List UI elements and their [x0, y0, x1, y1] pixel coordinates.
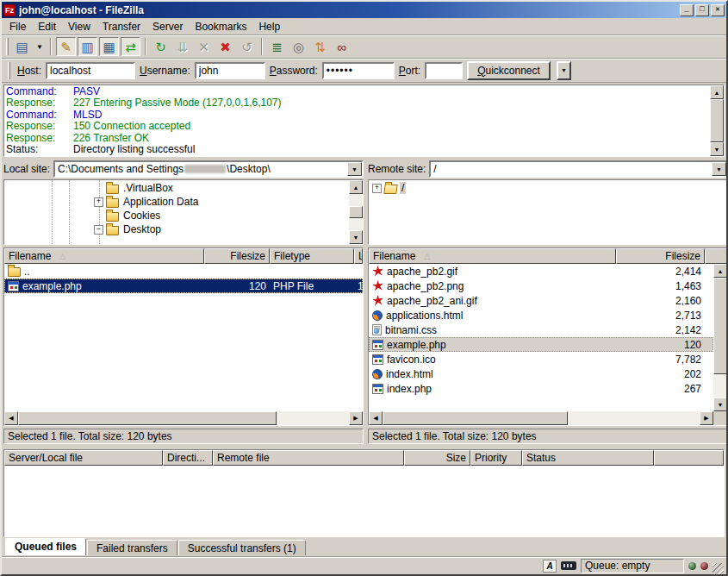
tree-item-blank[interactable]: +/: [372, 181, 727, 195]
scrollbar-track[interactable]: [713, 374, 727, 398]
resize-grip[interactable]: [712, 563, 724, 574]
file-row-applications-html[interactable]: applications.html2,713: [369, 308, 713, 322]
file-row-example-php[interactable]: example.php120: [369, 337, 713, 352]
remote-site-combobox[interactable]: / ▼: [429, 160, 728, 178]
column-header-filesize[interactable]: Filesize: [616, 248, 705, 264]
menu-view[interactable]: View: [62, 19, 96, 34]
scrollbar-track[interactable]: [349, 218, 363, 230]
scroll-left-icon[interactable]: ◀: [4, 411, 18, 425]
column-header-blank[interactable]: [705, 248, 727, 264]
file-row-apache-pb2-ani-gif[interactable]: apache_pb2_ani.gif2,160: [369, 293, 713, 308]
scroll-down-icon[interactable]: ▼: [349, 230, 363, 244]
scrollbar-thumb[interactable]: [710, 99, 724, 142]
menu-bookmarks[interactable]: Bookmarks: [189, 19, 252, 34]
scroll-left-icon[interactable]: ◀: [369, 411, 383, 425]
file-row-favicon-ico[interactable]: favicon.ico7,782: [369, 352, 713, 366]
column-header-filename[interactable]: Filename△: [369, 248, 616, 264]
username-input[interactable]: [195, 62, 265, 79]
expand-plus-icon[interactable]: +: [372, 184, 382, 193]
port-input[interactable]: [425, 62, 463, 79]
queue-column-priority[interactable]: Priority: [470, 450, 522, 466]
column-header-filetype[interactable]: Filetype: [270, 248, 354, 264]
remote-vertical-scrollbar[interactable]: ▲ ▼: [713, 264, 727, 411]
quickconnect-dropdown-button[interactable]: ▼: [557, 61, 571, 80]
menu-file[interactable]: File: [3, 19, 32, 34]
scroll-up-icon[interactable]: ▲: [349, 180, 363, 194]
menu-server[interactable]: Server: [146, 19, 189, 34]
local-site-dropdown-button[interactable]: ▼: [347, 162, 362, 176]
host-input[interactable]: [46, 62, 135, 79]
tree-item-application-data[interactable]: +Application Data: [4, 195, 349, 209]
scroll-right-icon[interactable]: ▶: [700, 411, 713, 425]
synchronized-browsing-button[interactable]: ⇅: [310, 37, 330, 56]
scroll-down-icon[interactable]: ▼: [710, 142, 724, 156]
remote-horizontal-scrollbar[interactable]: ◀ ▶: [369, 411, 727, 425]
directory-listing-filters-button[interactable]: ≣: [267, 37, 287, 56]
speed-limits-icon[interactable]: [561, 561, 576, 570]
file-row-index-php[interactable]: index.php267: [369, 381, 713, 396]
tab-successful-transfers-1[interactable]: Successful transfers (1): [178, 540, 306, 555]
password-input[interactable]: [322, 62, 395, 79]
quickconnect-button[interactable]: Quickconnect: [467, 61, 551, 80]
file-row-apache-pb2-gif[interactable]: apache_pb2.gif2,414: [369, 264, 713, 279]
open-site-manager-button[interactable]: ▤: [12, 37, 32, 56]
close-button[interactable]: ✕: [711, 4, 725, 16]
column-header-l[interactable]: L: [354, 248, 363, 264]
site-manager-dropdown-button[interactable]: ▼: [34, 37, 46, 56]
directory-comparison-button[interactable]: ◎: [289, 37, 308, 56]
menu-edit[interactable]: Edit: [32, 19, 62, 34]
file-row-example-php[interactable]: example.php120PHP File1: [4, 279, 363, 293]
disconnect-server-button[interactable]: ✖: [215, 37, 235, 56]
toggle-message-log-button[interactable]: ✎: [56, 37, 76, 56]
file-row-index-html[interactable]: index.html202: [369, 366, 713, 381]
expand-plus-icon[interactable]: +: [94, 197, 103, 207]
collapse-minus-icon[interactable]: −: [94, 225, 103, 235]
refresh-file-lists-button[interactable]: ↻: [151, 37, 171, 56]
minimize-button[interactable]: _: [680, 4, 694, 16]
column-header-filename[interactable]: Filename△: [4, 248, 204, 264]
scrollbar-thumb[interactable]: [383, 411, 568, 425]
remote-site-dropdown-button[interactable]: ▼: [712, 162, 726, 176]
local-site-combobox[interactable]: C:\Documents and Settings \Desktop\ ▼: [53, 160, 364, 178]
menu-help[interactable]: Help: [252, 19, 286, 34]
tree-item-cookies[interactable]: Cookies: [4, 209, 349, 222]
local-horizontal-scrollbar[interactable]: ◀ ▶: [4, 411, 363, 425]
maximize-button[interactable]: □: [695, 4, 709, 16]
queue-column-directi[interactable]: Directi...: [163, 450, 213, 466]
filename-text: bitnami.css: [385, 324, 437, 336]
queue-column-status[interactable]: Status: [522, 450, 654, 466]
menu-transfer[interactable]: Transfer: [96, 19, 146, 34]
tab-failed-transfers[interactable]: Failed transfers: [87, 540, 177, 555]
scrollbar-track[interactable]: [349, 194, 363, 206]
toggle-transfer-queue-button[interactable]: ⇄: [121, 37, 140, 56]
queue-column-blank[interactable]: [654, 450, 724, 466]
scroll-down-icon[interactable]: ▼: [713, 398, 727, 411]
file-row-blank[interactable]: ..: [4, 264, 363, 279]
tree-item-desktop[interactable]: −Desktop: [4, 222, 349, 236]
scroll-right-icon[interactable]: ▶: [349, 411, 363, 425]
queue-column-size[interactable]: Size: [404, 450, 470, 466]
scrollbar-track[interactable]: [277, 411, 349, 425]
toggle-local-tree-button[interactable]: ▥: [78, 37, 97, 56]
tab-queued-files[interactable]: Queued files: [5, 538, 86, 555]
scrollbar-thumb[interactable]: [18, 411, 277, 425]
queue-column-remote-file[interactable]: Remote file: [213, 450, 404, 466]
queue-body[interactable]: [4, 466, 724, 536]
log-vertical-scrollbar[interactable]: ▲ ▼: [710, 85, 724, 156]
scrollbar-thumb[interactable]: [349, 206, 363, 218]
transfer-type-ascii-icon[interactable]: A: [543, 560, 557, 573]
file-row-bitnami-css[interactable]: bitnami.css2,142: [369, 322, 713, 337]
queue-column-server-local-file[interactable]: Server/Local file: [4, 450, 163, 466]
file-row-apache-pb2-png[interactable]: apache_pb2.png1,463: [369, 279, 713, 293]
column-header-filesize[interactable]: Filesize: [204, 248, 270, 264]
scrollbar-track[interactable]: [568, 411, 700, 425]
cancel-operation-button: ✕: [194, 37, 214, 56]
toggle-remote-tree-button[interactable]: ▦: [99, 37, 119, 56]
scroll-up-icon[interactable]: ▲: [713, 264, 727, 278]
find-files-button[interactable]: ∞: [332, 37, 352, 56]
tree-item-virtualbox[interactable]: .VirtualBox: [4, 181, 349, 195]
scrollbar-thumb[interactable]: [713, 278, 727, 374]
scroll-up-icon[interactable]: ▲: [710, 85, 724, 99]
file-cell-size: 1,463: [616, 279, 705, 293]
local-tree-vertical-scrollbar[interactable]: ▲ ▼: [349, 180, 363, 244]
